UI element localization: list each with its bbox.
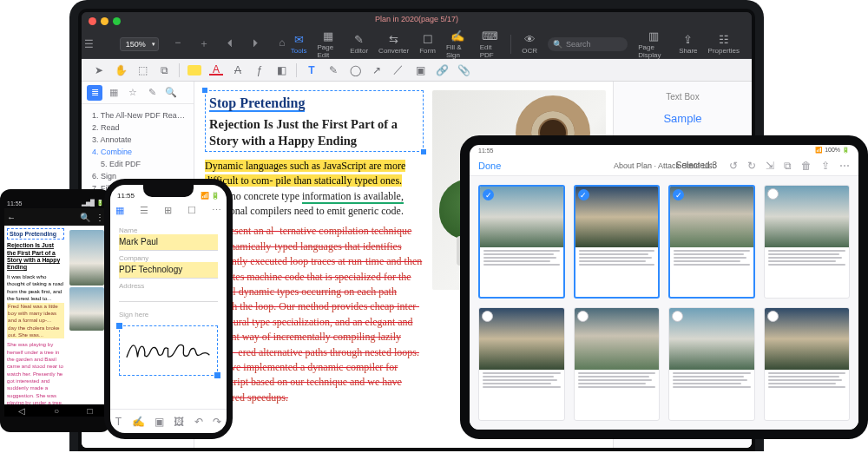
sign-label: Sign here	[119, 311, 218, 318]
prev-page-icon[interactable]: ⏴	[221, 36, 239, 51]
next-page-icon[interactable]: ⏵	[247, 36, 265, 51]
page-thumbnail[interactable]: ✓8	[764, 307, 851, 421]
page-thumbnail[interactable]: ✓4	[764, 185, 851, 299]
stamp-tool-icon[interactable]: ▣	[413, 63, 427, 77]
iphone-form[interactable]: Name Mark Paul Company PDF Technology Ad…	[110, 220, 227, 409]
company-field[interactable]: PDF Technology	[119, 262, 218, 279]
search-input[interactable]: Search	[548, 37, 628, 51]
doc-heading-1: Stop Pretending	[209, 95, 305, 112]
page-thumbnail[interactable]: ✓7	[668, 307, 755, 421]
eraser-tool-icon[interactable]: ◧	[274, 63, 288, 77]
zoom-out-icon[interactable]: −	[169, 36, 187, 51]
outline-item[interactable]: 3. Annotate	[87, 134, 188, 146]
mode-form[interactable]: ☐Form	[419, 33, 436, 55]
name-label: Name	[119, 226, 218, 234]
redo-icon[interactable]: ↷	[213, 416, 221, 428]
mode-tools[interactable]: ✉Tools	[291, 33, 307, 55]
hand-tool-icon[interactable]: ✋	[114, 63, 128, 77]
underline-tool-icon[interactable]: A	[209, 65, 223, 76]
stamp-tool-icon[interactable]: ▣	[155, 416, 164, 428]
signature-box[interactable]	[119, 325, 218, 376]
mode-edit-pdf[interactable]: ⌨Edit PDF	[480, 30, 501, 59]
ipad-time: 11:55	[478, 148, 494, 154]
bookmark-icon[interactable]: ☐	[187, 205, 196, 216]
annotate-toolbar: ➤ ✋ ⬚ ⧉ A A ƒ ◧ T ✎ ◯ ↗ ／ ▣ 🔗 📎	[82, 59, 752, 82]
highlighted-text: Dynamic languages such as JavaScript are…	[205, 160, 405, 187]
mode-page-edit[interactable]: ▦Page Edit	[317, 30, 339, 59]
search-tab-icon[interactable]: 🔍	[163, 85, 179, 101]
more-icon[interactable]: ⋮	[95, 213, 104, 222]
sidebar-toggle-icon[interactable]: ☰	[82, 38, 97, 50]
panel-title: Text Box	[622, 92, 743, 102]
zoom-select[interactable]: 150%	[120, 37, 159, 51]
line-tool-icon[interactable]: ／	[391, 63, 405, 77]
address-field[interactable]	[119, 290, 218, 302]
back-icon[interactable]: ←	[7, 213, 16, 222]
outline-item[interactable]: 1. The All-New PDF Reader Pro	[87, 109, 188, 121]
attach-tool-icon[interactable]: 📎	[457, 63, 470, 77]
back-nav-icon[interactable]: ◁	[18, 406, 25, 416]
rect-select-icon[interactable]: ⬚	[135, 63, 149, 77]
address-label: Address	[119, 282, 218, 290]
android-document[interactable]: Stop Pretending Rejection Is Just the Fi…	[4, 226, 107, 404]
doc-paragraph: We present an al- ternative compilation …	[205, 224, 424, 405]
thumbnails-tab-icon[interactable]: ▦	[106, 85, 122, 101]
check-icon: ✓	[483, 189, 494, 200]
edit-pdf-icon: ⌨	[482, 30, 498, 43]
form-icon: ☐	[423, 33, 433, 46]
home-nav-icon[interactable]: ○	[54, 406, 59, 416]
doc-heading-2: Rejection Is Just the First Part of a St…	[209, 116, 419, 149]
mode-editor[interactable]: ✎Editor	[350, 33, 368, 55]
thumbnails-icon[interactable]: ▦	[115, 205, 124, 216]
signature-tool-icon[interactable]: ✍	[132, 416, 145, 428]
outline-item[interactable]: 2. Read	[87, 121, 188, 134]
image-tool-icon[interactable]: 🖼	[174, 416, 184, 428]
highlight-tool-icon[interactable]	[187, 63, 201, 77]
properties-button[interactable]: ☷Properties	[708, 33, 740, 55]
outline-item[interactable]: 4. Combine	[87, 146, 188, 158]
pointer-tool-icon[interactable]: ➤	[92, 63, 106, 77]
outline-icon[interactable]: ☰	[140, 205, 148, 216]
ipad-title: About Plan · Attack State List	[470, 161, 858, 170]
check-icon: ✓	[577, 311, 589, 322]
page-thumbnail[interactable]: ✓5	[478, 307, 565, 421]
arrow-tool-icon[interactable]: ↗	[370, 63, 384, 77]
page-display-button[interactable]: ▥Page Display	[638, 30, 668, 59]
outline-tab-icon[interactable]: ≣	[87, 85, 102, 101]
undo-icon[interactable]: ↶	[194, 416, 203, 428]
iphone-device: 11:55 📶 🔋 ▦ ☰ ⊞ ☐ ⋯ Name Mark Paul Compa…	[104, 179, 233, 439]
selected-text-box[interactable]: Stop Pretending Rejection Is Just the Fi…	[205, 90, 424, 152]
page-thumbnail[interactable]: ✓1	[478, 185, 565, 299]
colored-text: She was playing by herself under a tree …	[7, 341, 64, 404]
page-thumbnail[interactable]: ✓3	[668, 185, 755, 299]
page-thumbnail[interactable]: ✓2	[574, 185, 661, 299]
outline-item[interactable]: 5. Edit PDF	[87, 158, 188, 170]
home-icon[interactable]: ⌂	[273, 36, 291, 51]
recents-nav-icon[interactable]: □	[88, 406, 93, 416]
tools-icon: ✉	[294, 33, 304, 46]
strike-tool-icon[interactable]: A	[231, 63, 245, 77]
note-tool-icon[interactable]: ✎	[326, 63, 340, 77]
zoom-in-icon[interactable]: ＋	[195, 36, 213, 51]
link-tool-icon[interactable]: 🔗	[435, 63, 449, 77]
search-icon[interactable]: 🔍	[80, 213, 90, 222]
share-icon: ⇪	[683, 33, 693, 46]
check-icon: ✓	[672, 311, 683, 322]
text-tool-icon[interactable]: T	[115, 416, 122, 428]
iphone-bottom-bar: T ✍ ▣ 🖼 ↶ ↷	[110, 409, 227, 433]
android-status-icons: ▂▅█ 🔋	[82, 200, 104, 207]
view-mode-icon[interactable]: ⊞	[164, 205, 172, 216]
mode-fill-sign[interactable]: ✍Fill & Sign	[446, 30, 470, 59]
pen-tool-icon[interactable]: ƒ	[253, 63, 266, 77]
name-field[interactable]: Mark Paul	[119, 234, 218, 251]
annotations-tab-icon[interactable]: ✎	[144, 85, 160, 101]
shape-tool-icon[interactable]: ◯	[348, 63, 362, 77]
text-tool-icon[interactable]: T	[305, 63, 319, 77]
share-button[interactable]: ⇪Share	[679, 33, 697, 55]
mode-converter[interactable]: ⇆Converter	[378, 33, 409, 55]
snapshot-icon[interactable]: ⧉	[157, 63, 171, 77]
page-thumbnail[interactable]: ✓6	[574, 307, 661, 421]
ocr-button[interactable]: 👁OCR	[522, 33, 537, 55]
bookmarks-tab-icon[interactable]: ☆	[125, 85, 141, 101]
more-icon[interactable]: ⋯	[212, 205, 221, 216]
